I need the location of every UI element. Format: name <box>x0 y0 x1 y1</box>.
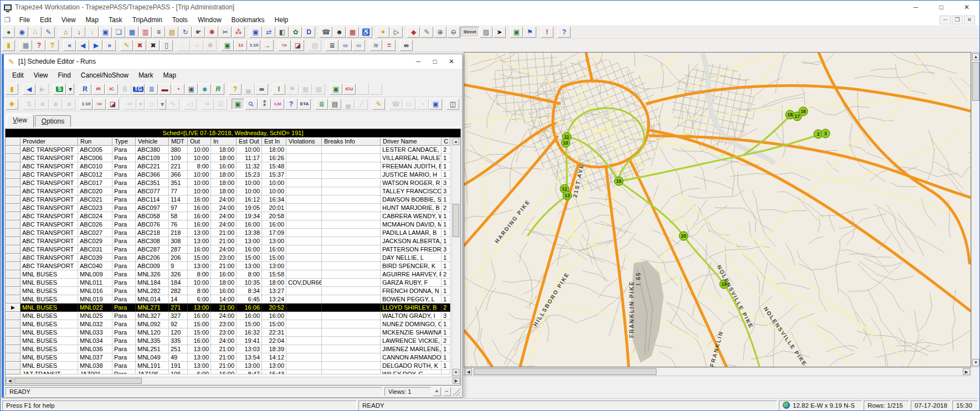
search-icon[interactable]: ○ <box>191 40 203 51</box>
menu-map[interactable]: Map <box>81 15 104 25</box>
map-marker-13[interactable]: 13 <box>563 191 572 200</box>
table-row[interactable]: MNL BUSESMNL037ParaMNL0494913:0021:0013:… <box>6 353 451 362</box>
map-marker-15[interactable]: 15 <box>614 177 623 186</box>
phone-user-icon[interactable]: ☎ <box>320 27 332 38</box>
alert-icon[interactable]: ! <box>541 27 553 38</box>
clock-list-icon[interactable]: 1:10 <box>248 40 260 51</box>
table-row[interactable]: MNL BUSESMNL009ParaMNL3263268:0016:008:0… <box>6 270 451 279</box>
scrollbar-thumb[interactable] <box>14 378 142 384</box>
mdi-restore-button[interactable]: ❐ <box>952 16 963 24</box>
avl-monitor-icon[interactable]: ▣ <box>510 27 523 38</box>
alarm-clock-icon[interactable]: ◔ <box>172 84 184 95</box>
scroll-down-arrow[interactable]: ▼ <box>972 359 979 366</box>
mdi-minimize-button[interactable]: ─ <box>940 16 951 24</box>
zoom-out-icon[interactable]: ⊖ <box>447 27 460 38</box>
editor-close-button[interactable]: ✕ <box>443 55 460 68</box>
letter-d-icon[interactable]: D <box>302 27 315 38</box>
doc-run-icon[interactable]: ▷ <box>390 27 403 38</box>
row-selector[interactable] <box>6 353 20 362</box>
map-canvas[interactable]: 1817162311101512132019 HARDING PIKE21ST … <box>464 52 971 367</box>
last-record-icon[interactable]: » <box>103 40 116 51</box>
maximize-button[interactable]: □ <box>928 1 954 14</box>
column-header-provider[interactable]: Provider <box>20 137 78 146</box>
tab-options[interactable]: Options <box>35 115 71 127</box>
icu-icon[interactable]: ICU <box>343 84 356 95</box>
bus-icon[interactable]: ▬ <box>158 84 171 95</box>
schedule-dropdown[interactable]: ▾ <box>66 84 74 95</box>
vehicle-grid-icon[interactable]: ▦ <box>126 27 138 38</box>
row-selector[interactable] <box>6 154 20 162</box>
bus-stop-icon[interactable]: ⚑ <box>524 27 536 38</box>
menu-file[interactable]: File <box>14 15 35 25</box>
list-icon[interactable]: ≡ <box>152 27 165 38</box>
itinerary-icon[interactable]: I <box>273 84 285 95</box>
table-row-selected[interactable]: ▶MNL BUSESMNL022ParaMNL27127113:0021:001… <box>6 304 451 312</box>
scroll-left-arrow[interactable]: ◀ <box>465 368 472 375</box>
map-marker-20[interactable]: 20 <box>679 232 688 240</box>
route-loop-icon[interactable]: ↻ <box>179 27 192 38</box>
tasklist-icon[interactable]: ≣ <box>326 40 338 51</box>
footprints-icon[interactable]: ⁑ <box>258 99 271 110</box>
assign-help-icon[interactable]: ? <box>285 99 297 110</box>
scroll-up-arrow[interactable]: ▲ <box>972 53 979 60</box>
schedule-s-icon[interactable]: S <box>53 84 66 95</box>
first-record-icon[interactable]: « <box>63 40 76 51</box>
minimize-button[interactable]: ─ <box>903 1 928 14</box>
column-header-in[interactable]: In <box>211 137 237 146</box>
printer-icon[interactable]: ▤ <box>309 40 321 51</box>
monitor-icon[interactable]: ◧ <box>276 27 289 38</box>
vehicle-copy-icon[interactable]: ❏ <box>112 27 125 38</box>
editor-menu-cancel-noshow[interactable]: Cancel/NoShow <box>76 70 134 80</box>
save-icon[interactable]: ↓ <box>86 27 99 38</box>
table-row[interactable]: MNL BUSESMNL016ParaMNL2822828:0016:008:3… <box>6 287 451 295</box>
scrollbar-thumb[interactable] <box>972 62 979 101</box>
menu-tripadmin[interactable]: TripAdmin <box>127 15 167 25</box>
book-icon[interactable]: ◫ <box>447 99 459 110</box>
row-selector[interactable] <box>6 295 20 304</box>
taxi-icon[interactable]: ▄ <box>342 99 355 110</box>
map-marker-3[interactable]: 3 <box>821 129 830 138</box>
bus-transfer-icon[interactable]: ⇄ <box>263 27 275 38</box>
menu-bookmarks[interactable]: Bookmarks <box>227 15 270 25</box>
run-list-icon[interactable]: ≣ <box>145 84 158 95</box>
editor-menu-edit[interactable]: Edit <box>7 70 29 80</box>
row-selector[interactable] <box>6 146 20 154</box>
street-button[interactable]: Street <box>460 27 479 38</box>
column-header-vehicle[interactable]: Vehicle <box>136 137 169 146</box>
eta-icon[interactable]: ETA <box>298 99 311 110</box>
table-row[interactable]: ABC TRANSPORTABC031ParaABC28728716:0024:… <box>6 245 451 254</box>
magnifier-icon[interactable]: ⚲ <box>245 99 258 110</box>
red-equals-icon[interactable]: = <box>383 40 396 51</box>
row-selector[interactable] <box>6 262 20 270</box>
editor-maximize-button[interactable]: □ <box>427 55 443 68</box>
panel2-icon[interactable]: ■ <box>63 99 75 110</box>
row-selector[interactable] <box>6 345 20 353</box>
riders-icon[interactable]: ☻ <box>198 84 211 95</box>
import-icon[interactable]: ↓ <box>73 27 85 38</box>
map-vertical-scrollbar[interactable]: ▲ ▼ <box>971 52 979 367</box>
menu-window[interactable]: Window <box>193 15 227 25</box>
menu-view[interactable]: View <box>57 15 81 25</box>
link-alt-icon[interactable]: ∞ <box>352 40 365 51</box>
edit-pencil-icon[interactable]: ✎ <box>120 40 133 51</box>
delete-icon[interactable]: ✖ <box>134 40 146 51</box>
row-selector[interactable] <box>6 229 20 237</box>
views-decrement-button[interactable]: − <box>443 387 451 396</box>
editor-menu-mark[interactable]: Mark <box>134 70 158 80</box>
row-selector[interactable] <box>6 171 20 179</box>
table-row[interactable]: ABC TRANSPORTABC023ParaABC0979716:0024:0… <box>6 204 451 212</box>
bus-yard-icon[interactable]: ✿ <box>289 27 302 38</box>
hint-icon[interactable]: ? <box>46 40 59 51</box>
mdi-child-icon[interactable]: ❐ <box>1 16 14 24</box>
table-row[interactable]: ABC TRANSPORTABC017ParaABC35135110:0018:… <box>6 179 451 187</box>
row-selector[interactable] <box>6 162 20 171</box>
clock-icon[interactable]: ◔ <box>416 99 429 110</box>
column-header-violations[interactable]: Violations <box>286 137 322 146</box>
assign-pen-icon[interactable]: ✑ <box>93 99 106 110</box>
editor-menu-map[interactable]: Map <box>158 70 181 80</box>
tab-view[interactable]: View <box>6 114 34 127</box>
row-selector[interactable]: ▶ <box>6 304 20 312</box>
globe-icon[interactable]: ● <box>2 27 15 38</box>
diamond-icon[interactable]: ◆ <box>407 27 420 38</box>
cut-icon[interactable]: ✂ <box>124 99 136 110</box>
